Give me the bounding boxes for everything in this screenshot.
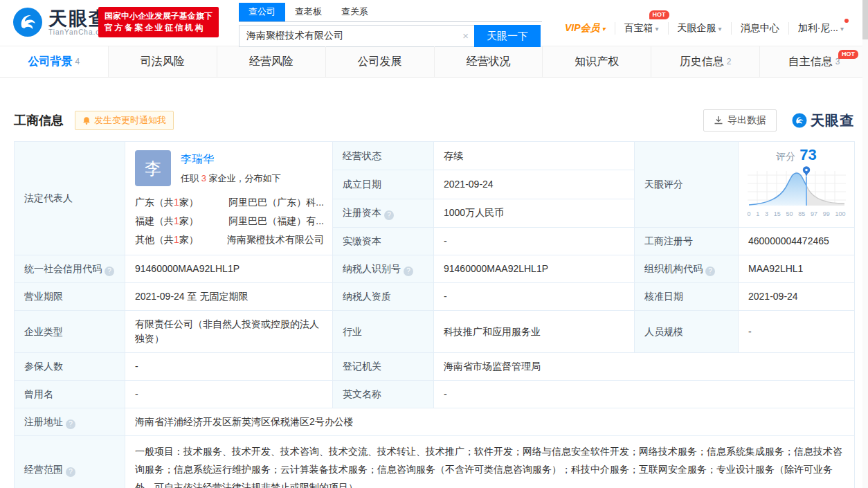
field-value-staff-size: - — [739, 311, 855, 353]
company-link[interactable]: 阿里巴巴（福建）有... — [228, 212, 324, 231]
field-label-score: 天眼评分 — [635, 142, 739, 228]
field-label-credit-code: 统一社会信用代码? — [15, 255, 125, 283]
chevron-down-icon: ▾ — [602, 25, 606, 33]
chevron-down-icon: ▾ — [840, 25, 844, 33]
header: 天眼查 TianYanCha.com 国家中小企业发展子基金旗下 官方备案企业征… — [0, 0, 868, 46]
field-value-reg-capital: 1000万人民币 — [434, 199, 635, 227]
field-value-taxpayer-quality: - — [434, 283, 635, 311]
legal-rep-name-link[interactable]: 李瑞华 — [181, 152, 280, 167]
field-label-org-code: 组织机构代码? — [635, 255, 739, 283]
field-value-reg-authority: 海南省市场监督管理局 — [434, 353, 855, 381]
field-value-industry: 科技推广和应用服务业 — [434, 311, 635, 353]
tianyancha-logo-icon — [12, 7, 43, 37]
field-label-company-type: 企业类型 — [15, 311, 125, 353]
chevron-down-icon: ▾ — [655, 25, 659, 33]
tianyancha-logo-icon — [792, 113, 807, 128]
legal-rep-summary: 任职 3 家企业，分布如下 — [181, 171, 280, 186]
notification-dot — [844, 19, 849, 23]
field-value-credit-code: 91460000MAA92LHL1P — [125, 255, 333, 283]
tab-company-development[interactable]: 公司发展 — [326, 46, 435, 77]
field-value-business-term: 2021-09-24 至 无固定期限 — [125, 283, 333, 311]
tab-self-info[interactable]: HOT自主信息3 — [760, 46, 868, 77]
field-label-english-name: 英文名称 — [333, 381, 434, 408]
field-value-paid-capital: - — [434, 228, 635, 255]
notify-on-change-button[interactable]: 发生变更时通知我 — [75, 111, 174, 130]
list-item: 福建（共1家） 阿里巴巴（福建）有... — [135, 212, 324, 231]
field-value-reg-number: 460000004472465 — [739, 228, 855, 255]
legal-rep-distribution: 广东（共1家） 阿里巴巴（广东）科... 福建（共1家） 阿里巴巴（福建）有..… — [135, 193, 324, 249]
field-label-former-name: 曾用名 — [15, 381, 125, 408]
field-value-former-name: - — [125, 381, 333, 408]
field-label-business-term: 营业期限 — [15, 283, 125, 311]
tianyancha-logo[interactable]: 天眼查 TianYanCha.com — [12, 7, 111, 37]
tianyan-score-cell: 评分73 — [739, 142, 855, 228]
field-label-insured-count: 参保人数 — [15, 353, 125, 381]
field-label-business-scope: 经营范围? — [15, 436, 125, 488]
field-value-reg-address: 海南省洋浦经济开发区新英湾区保税港区2号办公楼 — [125, 408, 855, 436]
field-label-legal-rep: 法定代表人 — [15, 142, 125, 255]
help-icon[interactable]: ? — [384, 210, 394, 220]
field-label-reg-authority: 登记机关 — [333, 353, 434, 381]
tab-operation-risk[interactable]: 经营风险 — [217, 46, 326, 77]
score-distribution-chart — [748, 165, 846, 207]
field-label-taxpayer-id: 纳税人识别号? — [333, 255, 434, 283]
tab-history-info[interactable]: 历史信息2 — [651, 46, 760, 77]
nav-toolbox[interactable]: HOT百宝箱▾ — [615, 22, 668, 35]
scrollbar — [862, 0, 868, 488]
field-label-reg-capital: 注册资本? — [333, 199, 434, 227]
search-tabs: 查公司 查老板 查关系 — [239, 3, 542, 22]
tab-judicial-risk[interactable]: 司法风险 — [109, 46, 217, 77]
nav-vip[interactable]: VIP会员▾ — [556, 22, 615, 35]
nav-message-center[interactable]: 消息中心 — [731, 22, 788, 35]
search-tab-company[interactable]: 查公司 — [239, 3, 285, 21]
search-input[interactable] — [239, 25, 474, 47]
hot-badge: HOT — [649, 10, 669, 19]
search-button[interactable]: 天眼一下 — [474, 25, 541, 47]
field-label-reg-number: 工商注册号 — [635, 228, 739, 255]
tab-intellectual-property[interactable]: 知识产权 — [543, 46, 651, 77]
export-data-button[interactable]: 导出数据 — [703, 109, 777, 132]
download-icon — [714, 116, 723, 125]
field-value-company-type: 有限责任公司（非自然人投资或控股的法人独资） — [125, 311, 333, 353]
field-value-org-code: MAA92LHL1 — [739, 255, 855, 283]
field-value-established: 2021-09-24 — [434, 170, 635, 199]
avatar[interactable]: 李 — [135, 150, 171, 186]
help-icon[interactable]: ? — [404, 266, 413, 276]
tab-company-background[interactable]: 公司背景4 — [0, 46, 109, 77]
tab-operation-status[interactable]: 经营状况 — [435, 46, 543, 77]
search-tab-boss[interactable]: 查老板 — [285, 3, 332, 21]
search-area: 查公司 查老板 查关系 × 天眼一下 — [239, 3, 542, 47]
clear-icon[interactable]: × — [462, 30, 469, 42]
scrollbar-thumb[interactable] — [862, 0, 868, 39]
company-link[interactable]: 阿里巴巴（广东）科... — [228, 193, 324, 212]
list-item: 其他（共1家） 海南聚橙技术有限公司 — [135, 231, 324, 249]
field-label-staff-size: 人员规模 — [635, 311, 739, 353]
score-axis-ticks: 0131550859799100 — [748, 207, 846, 222]
score-value: 73 — [799, 146, 816, 163]
chevron-down-icon: ▾ — [718, 25, 722, 33]
business-info-table: 法定代表人 李 李瑞华 任职 3 家企业，分布如下 广东（共1家） 阿里巴巴（广… — [14, 141, 855, 488]
company-tabbar: 公司背景4 司法风险 经营风险 公司发展 经营状况 知识产权 历史信息2 HOT… — [0, 46, 868, 78]
field-value-status: 存续 — [434, 142, 635, 170]
field-label-status: 经营状态 — [333, 142, 434, 170]
bell-icon — [82, 116, 91, 125]
field-label-reg-address: 注册地址? — [15, 408, 125, 436]
top-nav: VIP会员▾ HOT百宝箱▾ 天眼企服▾ 消息中心 加利·尼...▾ — [556, 22, 853, 35]
field-value-approval-date: 2021-09-24 — [739, 283, 855, 311]
watermark-logo: 天眼查 — [792, 111, 854, 130]
nav-enterprise-service[interactable]: 天眼企服▾ — [668, 22, 731, 35]
help-icon[interactable]: ? — [66, 419, 75, 429]
field-value-english-name: - — [434, 381, 855, 408]
field-label-paid-capital: 实缴资本 — [333, 228, 434, 255]
help-icon[interactable]: ? — [705, 266, 715, 276]
legal-rep-cell: 李 李瑞华 任职 3 家企业，分布如下 广东（共1家） 阿里巴巴（广东）科...… — [125, 142, 333, 255]
nav-user-menu[interactable]: 加利·尼...▾ — [788, 22, 853, 35]
section-title: 工商信息 — [14, 112, 64, 129]
search-tab-relation[interactable]: 查关系 — [332, 3, 378, 21]
hot-badge: HOT — [838, 50, 858, 59]
help-icon[interactable]: ? — [66, 467, 75, 477]
field-label-industry: 行业 — [333, 311, 434, 353]
company-link[interactable]: 海南聚橙技术有限公司 — [227, 231, 324, 249]
field-value-taxpayer-id: 91460000MAA92LHL1P — [434, 255, 635, 283]
help-icon[interactable]: ? — [105, 266, 114, 276]
